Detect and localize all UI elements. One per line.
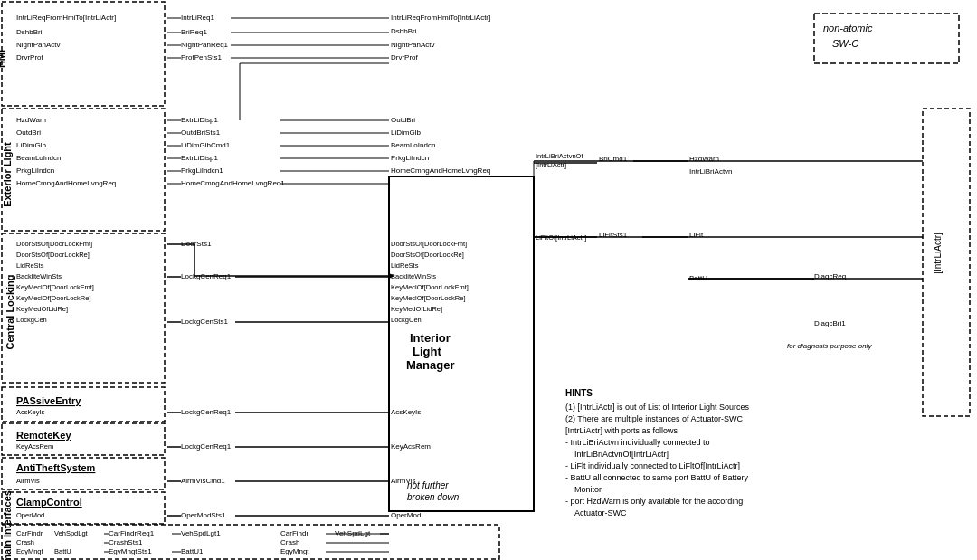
- svg-text:OperMod: OperMod: [16, 511, 44, 519]
- svg-text:AntiTheftSystem: AntiTheftSystem: [16, 462, 96, 473]
- svg-text:KeyMeclOf[DoorLockRe]: KeyMeclOf[DoorLockRe]: [391, 294, 466, 302]
- svg-text:HomeCmngAndHomeLvngReq: HomeCmngAndHomeLvngReq: [391, 166, 490, 175]
- svg-text:Inter- Domain Interfaces: Inter- Domain Interfaces: [2, 490, 13, 560]
- svg-text:Light: Light: [413, 345, 441, 358]
- svg-text:HMI: HMI: [0, 50, 6, 68]
- svg-text:non-atomic: non-atomic: [823, 23, 873, 33]
- svg-text:HomeCmngAndHomeLvngReq: HomeCmngAndHomeLvngReq: [16, 179, 116, 187]
- svg-text:- port HzdWarn is only availab: - port HzdWarn is only available for the…: [565, 497, 743, 506]
- svg-text:ExtrLiDisp1: ExtrLiDisp1: [181, 154, 218, 162]
- svg-text:AlrmVis: AlrmVis: [16, 477, 40, 485]
- svg-text:IntrLiReqFromHmiTo[IntrLiActr]: IntrLiReqFromHmiTo[IntrLiActr]: [16, 14, 116, 22]
- svg-text:IntrLiReq1: IntrLiReq1: [181, 14, 214, 22]
- svg-text:EgyMngtSts1: EgyMngtSts1: [109, 547, 152, 555]
- svg-text:HomeCmngAndHomeLvngReq1: HomeCmngAndHomeLvngReq1: [181, 179, 285, 187]
- svg-text:LockgCenReq1: LockgCenReq1: [181, 442, 232, 451]
- svg-text:BeamLoIndcn: BeamLoIndcn: [16, 154, 61, 162]
- svg-text:LockgCenSts1: LockgCenSts1: [181, 318, 229, 326]
- svg-rect-7: [923, 109, 970, 416]
- svg-text:broken down: broken down: [407, 492, 460, 502]
- svg-text:OperModSts1: OperModSts1: [181, 511, 226, 519]
- svg-text:VehSpdLgt: VehSpdLgt: [54, 529, 89, 537]
- svg-text:KeyMeclOf[DoorLockFmt]: KeyMeclOf[DoorLockFmt]: [16, 283, 94, 291]
- svg-text:BattU1: BattU1: [181, 547, 204, 555]
- svg-text:PASsiveEntry: PASsiveEntry: [16, 395, 81, 406]
- svg-text:OutdBri: OutdBri: [16, 128, 41, 137]
- svg-text:BriReq1: BriReq1: [181, 28, 207, 36]
- svg-text:Crash: Crash: [280, 538, 299, 546]
- svg-text:CarFindrReq1: CarFindrReq1: [109, 529, 155, 537]
- svg-text:LidReSts: LidReSts: [391, 261, 419, 270]
- svg-text:BattU: BattU: [54, 547, 71, 555]
- svg-text:BackliteWinSts: BackliteWinSts: [391, 272, 436, 280]
- svg-text:Exterior Light: Exterior Light: [2, 142, 13, 207]
- svg-text:BackliteWinSts: BackliteWinSts: [16, 272, 62, 280]
- svg-text:NightPanActv: NightPanActv: [16, 41, 60, 49]
- svg-text:EgyMngt: EgyMngt: [16, 547, 44, 555]
- svg-text:- BattU all connected to same : - BattU all connected to same port BattU…: [565, 473, 749, 482]
- svg-text:CrashSts1: CrashSts1: [109, 538, 143, 546]
- diagram-container: Interior Light Manager non-atomic SW-C […: [0, 0, 977, 560]
- svg-text:PrkgLiIndcn: PrkgLiIndcn: [16, 166, 54, 175]
- svg-text:NightPanReq1: NightPanReq1: [181, 41, 229, 49]
- svg-text:IntrLiBriActvnOf: IntrLiBriActvnOf: [536, 152, 583, 160]
- svg-text:OperMod: OperMod: [391, 511, 421, 519]
- svg-text:RemoteKey: RemoteKey: [16, 430, 71, 441]
- svg-text:LockgCen: LockgCen: [391, 316, 422, 324]
- svg-text:IntrLiBriActvnOf[IntrLiActr]: IntrLiBriActvnOf[IntrLiActr]: [574, 450, 669, 459]
- svg-text:DoorStsOf[DoorLockFmt]: DoorStsOf[DoorLockFmt]: [391, 240, 467, 248]
- svg-text:DoorStsOf[DoorLockRe]: DoorStsOf[DoorLockRe]: [391, 251, 464, 259]
- svg-text:OutdBriSts1: OutdBriSts1: [181, 128, 221, 137]
- svg-text:OutdBri: OutdBri: [391, 116, 415, 124]
- svg-text:KeyMeclOf[DoorLockRe]: KeyMeclOf[DoorLockRe]: [16, 294, 91, 302]
- svg-text:AlrmVisCmd1: AlrmVisCmd1: [181, 477, 225, 485]
- svg-text:KeyMedOfLidRe]: KeyMedOfLidRe]: [391, 305, 442, 313]
- svg-text:AcsKeyIs: AcsKeyIs: [391, 408, 421, 416]
- svg-text:EgyMngt: EgyMngt: [280, 547, 309, 555]
- svg-text:Monitor: Monitor: [574, 485, 602, 494]
- svg-text:for diagnosis purpose only: for diagnosis purpose only: [787, 342, 872, 350]
- svg-text:VehSpdLgt1: VehSpdLgt1: [181, 529, 221, 537]
- svg-text:NightPanActv: NightPanActv: [391, 41, 434, 49]
- svg-text:BeamLoIndcn: BeamLoIndcn: [391, 141, 435, 149]
- svg-text:- LiFlt individually connected: - LiFlt individually connected to LiFltO…: [565, 461, 740, 470]
- svg-text:ExtrLiDisp1: ExtrLiDisp1: [181, 116, 218, 124]
- svg-text:- IntrLiBriActvn individually : - IntrLiBriActvn individually connected …: [565, 438, 710, 447]
- svg-text:KeyMedOfLidRe]: KeyMedOfLidRe]: [16, 305, 68, 313]
- svg-text:DiagcBri1: DiagcBri1: [814, 319, 846, 327]
- svg-text:LiDimGlbCmd1: LiDimGlbCmd1: [181, 141, 231, 149]
- svg-text:DoorStsOf[DoorLockFmt]: DoorStsOf[DoorLockFmt]: [16, 240, 92, 248]
- svg-text:Central Locking: Central Locking: [5, 274, 15, 349]
- svg-text:LiDimGlb: LiDimGlb: [16, 141, 46, 149]
- svg-text:LidReSts: LidReSts: [16, 261, 44, 270]
- svg-text:Manager: Manager: [406, 358, 454, 372]
- svg-text:KeyMeclOf[DoorLockFmt]: KeyMeclOf[DoorLockFmt]: [391, 283, 469, 291]
- svg-text:Actuator-SWC: Actuator-SWC: [574, 508, 627, 517]
- svg-text:DoorStsOf[DoorLockRe]: DoorStsOf[DoorLockRe]: [16, 251, 90, 259]
- svg-text:Interior: Interior: [410, 331, 451, 345]
- svg-text:(2) There are multiple instanc: (2) There are multiple instances of Actu…: [565, 414, 743, 423]
- svg-text:CarFindr: CarFindr: [280, 529, 308, 537]
- svg-text:(1) [IntrLiActr] is out of Lis: (1) [IntrLiActr] is out of List of Inter…: [565, 403, 750, 412]
- svg-text:HINTS: HINTS: [565, 388, 593, 398]
- svg-text:IntrLiReqFromHmiTo[IntrLiActr]: IntrLiReqFromHmiTo[IntrLiActr]: [391, 14, 490, 22]
- svg-text:LockgCenReq1: LockgCenReq1: [181, 408, 232, 416]
- svg-text:DrvrProf: DrvrProf: [16, 53, 44, 62]
- svg-text:PrkgLiIndcn1: PrkgLiIndcn1: [181, 166, 223, 175]
- svg-text:IntrLiBriActvn: IntrLiBriActvn: [689, 167, 733, 176]
- svg-text:DshbBri: DshbBri: [391, 27, 417, 35]
- svg-text:CarFindr: CarFindr: [16, 529, 43, 537]
- svg-text:KeyAcsRem: KeyAcsRem: [391, 442, 431, 451]
- svg-text:ClampControl: ClampControl: [16, 497, 82, 508]
- svg-text:DrvrProf: DrvrProf: [391, 53, 419, 62]
- svg-text:LiDimGlb: LiDimGlb: [391, 128, 421, 137]
- svg-text:SW-C: SW-C: [832, 38, 858, 49]
- svg-text:LockgCen: LockgCen: [16, 316, 47, 324]
- svg-text:DshbBri: DshbBri: [16, 28, 43, 36]
- svg-text:Crash: Crash: [16, 538, 34, 546]
- svg-text:[IntrLiActr] with ports as fol: [IntrLiActr] with ports as follows: [565, 426, 678, 435]
- svg-text:PrkgLiIndcn: PrkgLiIndcn: [391, 154, 429, 162]
- svg-text:[IntrLiActr]: [IntrLiActr]: [933, 233, 943, 274]
- svg-text:AcsKeyIs: AcsKeyIs: [16, 408, 45, 416]
- svg-text:not further: not further: [407, 480, 449, 490]
